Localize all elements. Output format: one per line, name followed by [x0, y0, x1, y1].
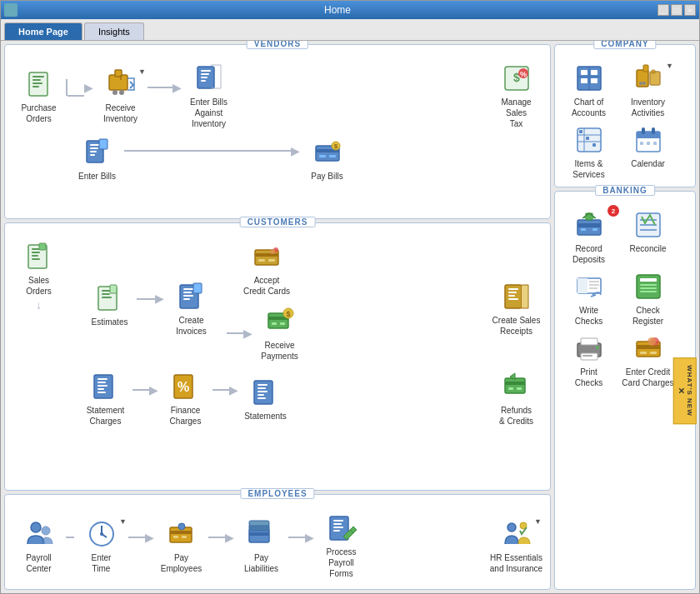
statement-charges-icon: [89, 370, 122, 403]
pay-bills-item[interactable]: $ Pay Bills: [300, 136, 354, 182]
write-checks-item[interactable]: WriteChecks: [562, 270, 616, 327]
svg-rect-80: [505, 382, 525, 385]
sales-orders-item[interactable]: SalesOrders: [12, 240, 66, 297]
refunds-credits-label: Refunds& Credits: [499, 405, 533, 427]
accept-credit-cards-label: AcceptCredit Cards: [243, 275, 290, 297]
record-deposits-badge: 2: [608, 205, 619, 217]
enter-credit-card-charges-item[interactable]: Enter CreditCard Charges: [621, 332, 675, 388]
calendar-item[interactable]: Calendar: [621, 123, 675, 180]
enter-bills-against-inventory-item[interactable]: Enter BillsAgainstInventory: [182, 62, 236, 129]
svg-rect-154: [637, 345, 660, 349]
print-checks-item[interactable]: PrintChecks: [562, 332, 616, 388]
process-payroll-forms-item[interactable]: ProcessPayrollForms: [314, 512, 368, 579]
employees-section: EMPLOYEES PayrollCenter: [4, 494, 551, 590]
svg-rect-102: [333, 530, 340, 532]
svg-rect-156: [650, 352, 657, 354]
refunds-credits-item[interactable]: Refunds& Credits: [489, 370, 543, 427]
svg-rect-47: [193, 283, 202, 293]
svg-rect-74: [258, 384, 268, 386]
svg-rect-45: [183, 295, 193, 297]
tab-bar: Home Page Insights: [1, 19, 699, 41]
calendar-label: Calendar: [631, 158, 665, 169]
main-content: VENDORS: [1, 41, 699, 593]
svg-rect-112: [637, 70, 648, 87]
svg-rect-14: [201, 80, 206, 82]
svg-point-158: [648, 337, 656, 346]
svg-rect-136: [592, 228, 598, 231]
create-sales-receipts-item[interactable]: Create SalesReceipts: [489, 280, 543, 337]
svg-rect-36: [39, 243, 46, 250]
payroll-center-label: PayrollCenter: [26, 552, 52, 574]
reconcile-label: Reconcile: [630, 243, 667, 254]
hr-essentials-item[interactable]: ▼ HR Essentialsand Insurance: [489, 517, 543, 574]
svg-rect-97: [249, 521, 269, 526]
record-deposits-item[interactable]: 2 RecordDeposits: [562, 208, 616, 265]
svg-rect-130: [640, 142, 643, 145]
inventory-activities-label: InventoryActivities: [631, 97, 665, 118]
purchase-orders-label: PurchaseOrders: [21, 102, 56, 124]
statements-item[interactable]: Statements: [238, 376, 292, 422]
items-services-icon: [572, 123, 606, 157]
svg-rect-21: [90, 147, 98, 149]
pay-employees-icon: [165, 517, 198, 551]
svg-rect-66: [98, 378, 108, 380]
chart-of-accounts-item[interactable]: Chart ofAccounts: [562, 62, 616, 118]
svg-text:%: %: [177, 380, 188, 394]
employees-title: EMPLOYEES: [240, 488, 314, 499]
svg-rect-147: [640, 291, 657, 292]
whats-new-tab[interactable]: WHAT'S NEW ✕: [673, 357, 697, 424]
svg-rect-134: [578, 223, 601, 227]
svg-point-83: [31, 522, 41, 532]
inventory-activities-item[interactable]: ▼ InventoryActivities: [621, 62, 675, 118]
statement-charges-label: StatementCharges: [87, 405, 125, 427]
svg-rect-11: [201, 70, 211, 72]
enter-bills-against-inventory-icon: [192, 62, 226, 95]
svg-rect-63: [508, 295, 515, 297]
svg-rect-124: [592, 143, 596, 147]
statement-charges-item[interactable]: StatementCharges: [78, 370, 132, 427]
app-icon: [4, 3, 18, 17]
estimates-item[interactable]: Estimates: [82, 282, 137, 327]
svg-rect-8: [112, 90, 118, 95]
pay-liabilities-item[interactable]: PayLiabilities: [234, 517, 288, 574]
enter-time-label: EnterTime: [92, 552, 112, 574]
items-services-item[interactable]: Items &Services: [562, 123, 616, 180]
payroll-center-item[interactable]: PayrollCenter: [12, 517, 66, 574]
process-payroll-forms-label: ProcessPayrollForms: [326, 547, 356, 579]
receive-inventory-item[interactable]: ▼ ReceiveInventory: [93, 67, 148, 124]
tab-home[interactable]: Home Page: [4, 22, 82, 40]
svg-rect-135: [581, 228, 586, 231]
right-panel: COMPANY: [554, 44, 696, 590]
enter-bills-item[interactable]: Enter Bills: [70, 136, 124, 182]
close-button[interactable]: ×: [684, 4, 696, 16]
svg-rect-28: [329, 155, 336, 157]
minimize-button[interactable]: _: [658, 4, 669, 16]
accept-credit-cards-item[interactable]: AcceptCredit Cards: [240, 240, 294, 297]
svg-rect-35: [32, 258, 40, 260]
enter-time-item[interactable]: ▼ EnterTime: [74, 517, 128, 574]
svg-rect-90: [170, 531, 192, 534]
svg-rect-92: [182, 536, 187, 538]
reconcile-item[interactable]: Reconcile: [621, 208, 675, 265]
svg-rect-81: [508, 387, 513, 390]
vendors-section: VENDORS: [4, 44, 551, 219]
svg-rect-82: [517, 387, 522, 390]
manage-sales-tax-item[interactable]: $ % ManageSalesTax: [489, 62, 543, 129]
svg-rect-76: [258, 391, 268, 392]
svg-rect-151: [582, 355, 592, 357]
maximize-button[interactable]: □: [671, 4, 682, 16]
receive-payments-item[interactable]: $ ReceivePayments: [252, 305, 307, 362]
svg-rect-122: [579, 130, 582, 133]
create-invoices-item[interactable]: CreateInvoices: [164, 280, 218, 337]
svg-rect-50: [258, 259, 265, 262]
chart-of-accounts-icon: [572, 62, 606, 95]
enter-bills-label: Enter Bills: [78, 171, 116, 182]
check-register-item[interactable]: CheckRegister: [621, 270, 675, 327]
svg-point-103: [508, 523, 516, 532]
tab-insights[interactable]: Insights: [84, 22, 144, 40]
title-bar: Home _ □ ×: [1, 1, 699, 19]
purchase-orders-item[interactable]: PurchaseOrders: [12, 67, 66, 124]
finance-charges-label: FinanceCharges: [170, 405, 202, 427]
pay-employees-item[interactable]: PayEmployees: [154, 517, 208, 574]
finance-charges-item[interactable]: % FinanceCharges: [158, 370, 212, 427]
